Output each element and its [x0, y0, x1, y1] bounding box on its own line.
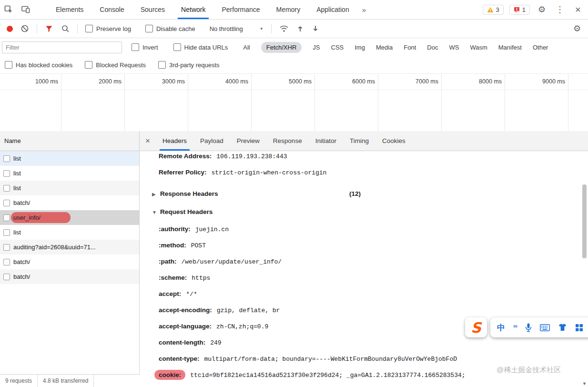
tab-sources[interactable]: Sources: [132, 0, 173, 19]
filter-type-manifest[interactable]: Manifest: [498, 44, 522, 51]
error-badge[interactable]: 1: [509, 5, 530, 15]
hide-data-urls-checkbox[interactable]: [173, 43, 181, 51]
invert-toggle[interactable]: Invert: [132, 43, 158, 51]
request-row[interactable]: list: [0, 225, 139, 240]
details-tab-initiator[interactable]: Initiator: [309, 131, 343, 151]
timeline-gridline: [188, 74, 188, 131]
tab-performance[interactable]: Performance: [213, 0, 268, 19]
timeline-gridline: [505, 74, 505, 131]
tab-console[interactable]: Console: [91, 0, 132, 19]
filter-type-css[interactable]: CSS: [331, 44, 344, 51]
hide-data-urls-toggle[interactable]: Hide data URLs: [173, 43, 228, 51]
blocked-requests-checkbox[interactable]: [85, 61, 92, 69]
inspect-element-icon[interactable]: [0, 0, 17, 19]
timeline-gridline: [314, 74, 315, 131]
details-tab-response[interactable]: Response: [266, 131, 309, 151]
timeline-label: 8000 ms: [457, 78, 502, 85]
ime-language-toggle[interactable]: 中: [497, 322, 505, 333]
filter-type-ws[interactable]: WS: [449, 44, 459, 51]
third-party-requests-checkbox[interactable]: [158, 61, 166, 69]
kebab-menu-icon[interactable]: ⋮: [554, 4, 566, 15]
disable-cache-toggle[interactable]: Disable cache: [145, 25, 195, 32]
triangle-collapsed-icon: ▶: [152, 185, 160, 204]
filter-type-all[interactable]: All: [243, 44, 250, 51]
microphone-icon[interactable]: [525, 323, 532, 332]
filter-type-fetch-xhr[interactable]: Fetch/XHR: [261, 42, 302, 53]
device-toolbar-icon[interactable]: [17, 0, 34, 19]
blocked-requests-toggle[interactable]: Blocked Requests: [85, 61, 146, 69]
details-tab-payload[interactable]: Payload: [193, 131, 230, 151]
tab-application[interactable]: Application: [308, 0, 357, 19]
toolbar-separator: [77, 24, 78, 33]
vertical-scrollbar-thumb[interactable]: [582, 184, 587, 258]
request-row[interactable]: list: [0, 166, 139, 181]
timeline-label: 4000 ms: [203, 78, 248, 85]
details-tab-timing[interactable]: Timing: [343, 131, 375, 151]
request-row[interactable]: batch/: [0, 255, 139, 269]
request-row-selected[interactable]: user_info/: [0, 210, 139, 225]
request-row[interactable]: auditing?aid=2608&uuid=71...: [0, 240, 139, 255]
details-tab-cookies[interactable]: Cookies: [375, 131, 412, 151]
sogou-logo-icon[interactable]: S: [465, 317, 487, 337]
chevron-down-icon: ▼: [260, 27, 264, 31]
toolbox-grid-icon[interactable]: [575, 324, 583, 332]
network-conditions-icon[interactable]: [279, 25, 289, 32]
timeline-overview[interactable]: 1000 ms 2000 ms 3000 ms 4000 ms 5000 ms …: [0, 74, 588, 132]
third-party-requests-toggle[interactable]: 3rd-party requests: [158, 61, 220, 69]
preserve-log-checkbox[interactable]: [85, 25, 93, 32]
timeline-label: 6000 ms: [330, 78, 375, 85]
skin-shirt-icon[interactable]: [558, 323, 567, 332]
export-har-icon[interactable]: [312, 25, 319, 32]
close-details-icon[interactable]: ×: [140, 136, 156, 146]
close-devtools-icon[interactable]: ×: [572, 4, 584, 15]
requests-count: 9 requests: [0, 375, 38, 387]
details-tab-preview[interactable]: Preview: [230, 131, 266, 151]
name-column-header[interactable]: Name: [0, 131, 139, 151]
search-icon[interactable]: [61, 24, 70, 33]
network-status-bar: 9 requests 4.8 kB transferred: [0, 374, 140, 387]
request-header-line: accept-encoding:gzip, deflate, br: [140, 302, 588, 318]
request-row[interactable]: batch/: [0, 269, 139, 284]
filter-type-img[interactable]: Img: [355, 44, 365, 51]
filter-type-js[interactable]: JS: [313, 44, 320, 51]
settings-gear-icon[interactable]: ⚙: [536, 4, 548, 15]
toolbar-separator: [271, 24, 272, 33]
more-tabs-icon[interactable]: »: [357, 0, 371, 19]
request-headers-section[interactable]: ▼Request Headers: [140, 203, 588, 221]
tab-elements[interactable]: Elements: [48, 0, 91, 19]
timeline-label: 2000 ms: [77, 78, 122, 85]
import-har-icon[interactable]: [296, 25, 304, 32]
warning-badge[interactable]: 3: [483, 5, 504, 15]
tab-network[interactable]: Network: [173, 0, 213, 19]
request-row[interactable]: batch/: [0, 195, 139, 210]
record-button[interactable]: [7, 26, 13, 32]
cookie-key-highlighted: cookie:: [154, 370, 185, 380]
has-blocked-cookies-checkbox[interactable]: [5, 61, 12, 69]
clear-icon[interactable]: [20, 24, 29, 33]
throttling-dropdown[interactable]: No throttling ▼: [210, 25, 264, 32]
timeline-label: 7000 ms: [394, 78, 438, 85]
filter-input[interactable]: [2, 41, 122, 53]
filter-type-font[interactable]: Font: [404, 44, 416, 51]
scrollbar-down-arrow[interactable]: ▼: [582, 381, 587, 386]
response-headers-section[interactable]: ▶Response Headers (12): [140, 185, 588, 203]
request-row[interactable]: list: [0, 181, 139, 195]
filter-type-wasm[interactable]: Wasm: [470, 44, 487, 51]
preserve-log-toggle[interactable]: Preserve log: [85, 25, 131, 32]
timeline-gridline: [568, 74, 568, 131]
ime-toolbar: S 中 °’: [465, 317, 588, 337]
disable-cache-checkbox[interactable]: [145, 25, 153, 32]
keyboard-icon[interactable]: [540, 324, 550, 331]
filter-type-media[interactable]: Media: [376, 44, 393, 51]
details-tab-headers[interactable]: Headers: [156, 131, 193, 151]
network-settings-gear-icon[interactable]: ⚙: [571, 23, 588, 34]
filter-type-doc[interactable]: Doc: [427, 44, 438, 51]
ime-punctuation-icon[interactable]: °’: [513, 324, 517, 332]
tab-memory[interactable]: Memory: [268, 0, 309, 19]
filter-type-other[interactable]: Other: [533, 44, 548, 51]
filter-funnel-icon[interactable]: [45, 24, 53, 33]
timeline-gridline: [124, 74, 125, 131]
has-blocked-cookies-toggle[interactable]: Has blocked cookies: [5, 61, 72, 69]
request-row[interactable]: list: [0, 151, 139, 166]
invert-checkbox[interactable]: [132, 43, 139, 51]
